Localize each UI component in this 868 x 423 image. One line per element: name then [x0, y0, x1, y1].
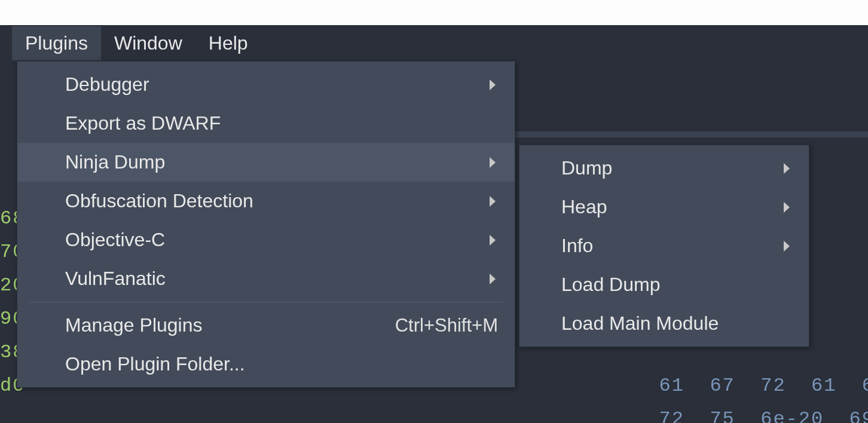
- chevron-right-icon: [784, 163, 790, 174]
- menu-item-label: Manage Plugins: [65, 314, 202, 336]
- menu-shortcut: Ctrl+Shift+M: [395, 315, 498, 336]
- panel-divider: [515, 131, 868, 137]
- menu-item-label: Obfuscation Detection: [65, 190, 253, 212]
- menu-item-label: Objective-C: [65, 229, 165, 251]
- menu-item-open-plugin-folder[interactable]: Open Plugin Folder...: [17, 345, 515, 384]
- menu-item-label: Open Plugin Folder...: [65, 353, 245, 375]
- chevron-right-icon: [784, 241, 790, 252]
- menu-item-obfuscation-detection[interactable]: Obfuscation Detection: [17, 182, 515, 220]
- menu-item-label: Load Dump: [561, 274, 660, 296]
- menu-item-label: Heap: [561, 196, 607, 218]
- menubar-item-help[interactable]: Help: [195, 26, 261, 60]
- menubar: Plugins Window Help: [0, 25, 868, 61]
- menu-item-label: Dump: [561, 157, 612, 179]
- menu-item-vulnfanatic[interactable]: VulnFanatic: [17, 259, 515, 298]
- menu-item-debugger[interactable]: Debugger: [17, 65, 515, 104]
- ninja-dump-submenu: Dump Heap Info Load Dump Load Main Modul…: [519, 145, 809, 347]
- hex-bytes: 72 75 6e-20 69 6e 20 44: [659, 408, 868, 423]
- menubar-item-window[interactable]: Window: [101, 26, 195, 60]
- submenu-item-info[interactable]: Info: [519, 226, 809, 265]
- menubar-item-plugins[interactable]: Plugins: [12, 26, 101, 60]
- submenu-item-heap[interactable]: Heap: [519, 188, 809, 226]
- menu-item-label: VulnFanatic: [65, 268, 166, 290]
- chevron-right-icon: [490, 274, 496, 284]
- menu-item-label: Info: [561, 235, 593, 257]
- menu-item-ninja-dump[interactable]: Ninja Dump: [17, 143, 515, 182]
- submenu-item-load-dump[interactable]: Load Dump: [519, 265, 809, 304]
- menu-item-label: Export as DWARF: [65, 112, 221, 134]
- menu-item-label: Debugger: [65, 73, 149, 96]
- hex-bytes: 61 67 72 61 6d 20 63 61: [659, 375, 868, 397]
- menu-separator: [29, 302, 503, 302]
- menu-item-manage-plugins[interactable]: Manage Plugins Ctrl+Shift+M: [17, 306, 515, 345]
- chevron-right-icon: [784, 202, 790, 213]
- plugins-menu: Debugger Export as DWARF Ninja Dump Obfu…: [17, 61, 515, 388]
- menu-item-label: Ninja Dump: [65, 151, 165, 173]
- menu-item-export-dwarf[interactable]: Export as DWARF: [17, 104, 515, 143]
- submenu-item-dump[interactable]: Dump: [519, 149, 809, 188]
- menu-item-objective-c[interactable]: Objective-C: [17, 220, 515, 259]
- window-top-region: [0, 0, 868, 25]
- chevron-right-icon: [490, 157, 496, 168]
- menu-item-label: Load Main Module: [561, 312, 719, 335]
- chevron-right-icon: [490, 196, 496, 207]
- chevron-right-icon: [490, 235, 496, 246]
- content-area: 68 0 ff 70 0 00 20: [0, 61, 868, 423]
- submenu-item-load-main-module[interactable]: Load Main Module: [519, 304, 809, 343]
- chevron-right-icon: [490, 79, 496, 90]
